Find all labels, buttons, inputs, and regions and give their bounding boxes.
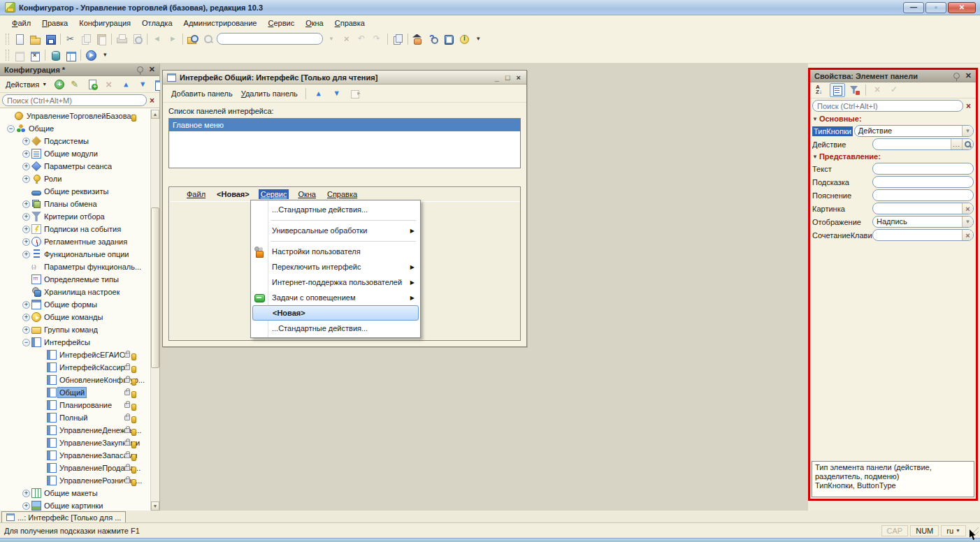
configuration-search-input[interactable] xyxy=(2,94,147,106)
section-collapse-icon[interactable]: ▼ xyxy=(812,116,818,122)
tree-expander-icon[interactable]: + xyxy=(22,226,30,233)
tree-item[interactable]: Полный xyxy=(0,411,150,424)
property-field[interactable]: ... xyxy=(872,138,974,150)
ellipsis-button[interactable]: ... xyxy=(951,139,962,149)
property-field[interactable] xyxy=(872,189,974,201)
apply-icon[interactable] xyxy=(886,83,902,97)
by-categories-icon[interactable] xyxy=(830,83,845,97)
copy-icon[interactable] xyxy=(78,32,94,46)
tree-item[interactable]: +Подсистемы xyxy=(0,135,150,147)
menubar-item-help[interactable]: Справка xyxy=(330,17,370,29)
find-prev-icon[interactable] xyxy=(354,32,370,46)
properties-search-input[interactable] xyxy=(812,100,963,112)
menubar-item-configuration[interactable]: Конфигурация xyxy=(74,17,136,29)
combo-arrow-icon[interactable]: ▼ xyxy=(962,126,973,136)
designer-menu-item[interactable]: Сервис xyxy=(259,189,289,199)
tree-item[interactable]: Общие реквизиты xyxy=(0,185,150,198)
clear-button[interactable]: × xyxy=(962,203,973,214)
editor-title-bar[interactable]: Интерфейс Общий: Интерфейс [Только для ч… xyxy=(163,71,526,85)
editor-link-Удалить[interactable]: Удалить панель xyxy=(238,88,301,99)
panel-list[interactable]: Главное меню xyxy=(168,118,521,168)
help-index-icon[interactable] xyxy=(426,32,441,46)
pin-icon[interactable] xyxy=(953,73,960,79)
info-icon[interactable] xyxy=(456,32,472,46)
scroll-thumb[interactable] xyxy=(151,207,159,368)
tree-item[interactable]: УправлениеТорговлейБазовая xyxy=(0,110,150,122)
tree-item[interactable]: ОбновлениеКонфигур... xyxy=(0,374,150,386)
designer-menu-item[interactable]: Справка xyxy=(325,189,359,199)
dropdown-menu-item[interactable]: Универсальные обработки▶ xyxy=(251,223,420,238)
actions-menu-button[interactable]: Действия ▼ xyxy=(3,79,50,90)
tree-item[interactable]: Параметры функциональ... xyxy=(0,261,150,273)
debug-start-icon[interactable] xyxy=(83,48,99,62)
property-field[interactable] xyxy=(872,176,974,188)
cut-icon[interactable] xyxy=(63,32,78,46)
panel-list-item[interactable]: Главное меню xyxy=(169,119,520,131)
tree-item[interactable]: Хранилища настроек xyxy=(0,286,150,298)
to-submenu-icon[interactable] xyxy=(347,87,363,101)
tree-item[interactable]: +Общие модули xyxy=(0,147,150,160)
tree-item[interactable]: +Регламентные задания xyxy=(0,235,150,248)
dropdown-menu-item[interactable]: Задачи с оповещением▶ xyxy=(251,290,420,305)
dropdown-menu-item[interactable]: Переключить интерфейс▶ xyxy=(251,259,420,274)
paste-icon[interactable] xyxy=(94,32,109,46)
tree-item[interactable]: +Планы обмена xyxy=(0,198,150,210)
tree-item[interactable]: УправлениеПродажа... xyxy=(0,462,150,474)
maximize-button[interactable]: ▫ xyxy=(925,2,946,13)
close-panel-icon[interactable]: ✕ xyxy=(964,71,973,80)
mdi-tab-interface[interactable]: ...: Интерфейс [Только для ... xyxy=(1,511,126,522)
print-icon[interactable] xyxy=(114,32,129,46)
edit-icon[interactable] xyxy=(68,78,83,91)
magnifier-button[interactable] xyxy=(962,139,973,149)
tree-item[interactable]: −Интерфейсы xyxy=(0,336,150,349)
syntax-assistant-icon[interactable] xyxy=(410,32,426,46)
dropdown-menu-item[interactable]: <Новая> xyxy=(252,305,419,321)
cancel-icon[interactable] xyxy=(870,83,885,97)
property-field[interactable]: × xyxy=(872,203,974,214)
save-icon[interactable] xyxy=(43,32,58,46)
tree-item[interactable]: +Общие формы xyxy=(0,298,150,311)
filter-icon[interactable] xyxy=(846,83,862,97)
clear-button[interactable]: × xyxy=(962,230,973,240)
find-next-icon[interactable] xyxy=(370,32,385,46)
property-field[interactable]: Действие▼ xyxy=(854,125,974,137)
property-field[interactable] xyxy=(872,163,974,175)
tree-scrollbar[interactable]: ▲ ▼ xyxy=(150,110,159,511)
clear-search-icon[interactable]: × xyxy=(963,101,974,111)
window-restore-icon[interactable] xyxy=(12,48,27,62)
tree-expander-icon[interactable]: + xyxy=(22,502,30,510)
toolbar-search-input[interactable] xyxy=(217,33,323,45)
tree-item[interactable]: Определяемые типы xyxy=(0,273,150,286)
tree-item[interactable]: +Общие команды xyxy=(0,311,150,323)
dropdown-menu-item[interactable]: Настройки пользователя xyxy=(251,244,420,259)
tree-expander-icon[interactable]: + xyxy=(22,175,30,183)
designer-menu-item[interactable]: Окна xyxy=(296,189,318,199)
table-view-icon[interactable] xyxy=(63,48,78,62)
dropdown-menu-item[interactable]: ...Стандартные действия... xyxy=(251,321,420,336)
tree-expander-icon[interactable]: + xyxy=(22,314,30,321)
close-button[interactable]: ✕ xyxy=(948,2,976,13)
tree-item[interactable]: УправлениеЗакупками xyxy=(0,437,150,449)
designer-menu-item[interactable]: Файл xyxy=(185,189,208,199)
tree-expander-icon[interactable]: + xyxy=(22,200,30,208)
sort-az-icon[interactable] xyxy=(813,83,828,97)
menubar-item-service[interactable]: Сервис xyxy=(263,17,299,29)
tree-item[interactable]: УправлениеРознично... xyxy=(0,474,150,487)
search-icon[interactable] xyxy=(201,32,216,46)
move-up-icon[interactable] xyxy=(118,78,134,91)
move-down-icon[interactable] xyxy=(135,78,150,91)
tree-expander-icon[interactable]: + xyxy=(22,326,30,334)
tree-expander-icon[interactable]: + xyxy=(22,301,30,309)
tree-expander-icon[interactable]: + xyxy=(22,490,30,497)
nav-back-icon[interactable] xyxy=(150,32,165,46)
tree-expander-icon[interactable]: + xyxy=(22,138,30,145)
scroll-down-icon[interactable]: ▼ xyxy=(151,501,159,511)
tree-expander-icon[interactable]: + xyxy=(22,213,30,221)
combo-arrow-icon[interactable]: ▼ xyxy=(962,217,973,227)
editor-maximize-button[interactable]: □ xyxy=(505,73,510,82)
tree-item[interactable]: ИнтерфейсКассира xyxy=(0,361,150,374)
tree-item[interactable]: +Роли xyxy=(0,173,150,185)
tree-item[interactable]: +Подписки на события xyxy=(0,223,150,235)
tree-item[interactable]: +Параметры сеанса xyxy=(0,160,150,173)
tree-item[interactable]: +Общие картинки xyxy=(0,499,150,511)
